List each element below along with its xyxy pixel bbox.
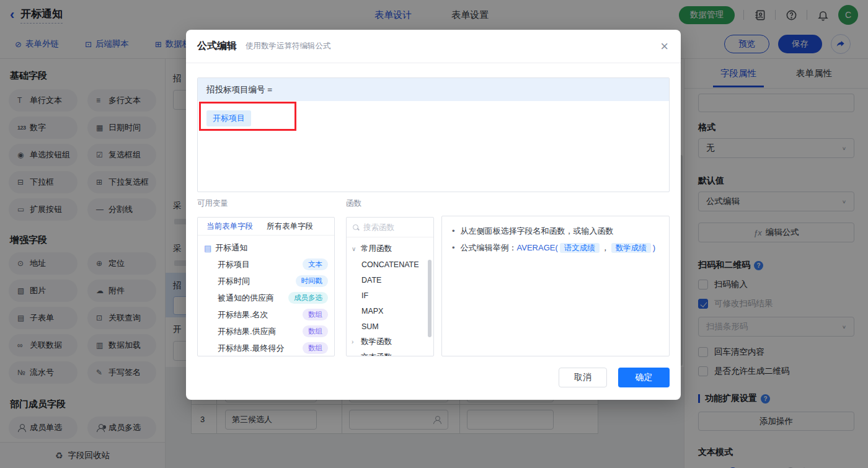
variable-item[interactable]: 开标项目 文本 (204, 256, 328, 273)
function-name: MAPX (361, 307, 383, 316)
function-list-scrollbar-thumb[interactable] (428, 260, 432, 337)
formula-target-bar: 招投标项目编号 = (198, 78, 669, 101)
function-item[interactable]: MAPX (352, 303, 428, 319)
function-item[interactable]: DATE (352, 272, 428, 288)
bullet-icon: • (452, 241, 455, 255)
modal-footer: 取消 确定 (559, 368, 670, 387)
formula-field-token[interactable]: 开标项目 (206, 110, 251, 126)
formula-tips-panel: • 从左侧面板选择字段名和函数，或输入函数 • 公式编辑举例：AVERAGE(语… (441, 216, 670, 356)
variables-section-label: 可用变量 (197, 198, 228, 209)
chevron-right-icon: › (352, 354, 358, 356)
variable-name: 开标结果.最终得分 (218, 343, 285, 354)
example-close-paren: ) (653, 243, 655, 252)
function-group-label: 数学函数 (361, 337, 392, 347)
cancel-button[interactable]: 取消 (559, 368, 607, 387)
variable-type-badge: 成员多选 (288, 292, 328, 304)
function-item[interactable]: IF (352, 288, 428, 303)
function-name: IF (361, 291, 368, 300)
function-group-math[interactable]: › 数学函数 (352, 334, 428, 350)
function-group-label: 文本函数 (361, 352, 392, 356)
function-group-common[interactable]: ∨ 常用函数 (352, 241, 428, 257)
variable-item[interactable]: 开标结果.最终得分 数组 (204, 340, 328, 356)
function-name: DATE (361, 276, 381, 285)
tip-text: 从左侧面板选择字段名和函数，或输入函数 (461, 224, 614, 237)
function-group-text[interactable]: › 文本函数 (352, 350, 428, 356)
tab-current-form-fields[interactable]: 当前表单字段 (206, 221, 253, 232)
example-comma: ， (601, 243, 609, 252)
tip-line-2: • 公式编辑举例：AVERAGE(语文成绩，数学成绩) (452, 241, 659, 255)
variables-tree: ▤ 开标通知 开标项目 文本 开标时间 时间戳 被通知的供应商 成员多选 开标结… (198, 236, 334, 356)
variable-name: 开标项目 (218, 259, 250, 270)
variable-name: 开标结果.名次 (218, 309, 268, 320)
chevron-right-icon: › (352, 338, 358, 345)
example-function: AVERAGE( (517, 243, 558, 252)
variable-name: 开标时间 (218, 276, 250, 287)
tip-example-prefix: 公式编辑举例： (461, 243, 517, 252)
example-field-tag: 语文成绩 (560, 243, 600, 253)
variables-panel: 当前表单字段 所有表单字段 ▤ 开标通知 开标项目 文本 开标时间 时间戳 被通… (197, 217, 335, 356)
functions-panel: ∨ 常用函数 CONCATENATE DATE IF MAPX SUM › 数学… (346, 217, 434, 356)
variable-item[interactable]: 开标时间 时间戳 (204, 273, 328, 289)
tree-root-form[interactable]: ▤ 开标通知 (204, 240, 328, 256)
chevron-down-icon: ∨ (352, 245, 358, 252)
tree-root-label: 开标通知 (215, 242, 247, 254)
bullet-icon: • (452, 224, 455, 237)
variable-item[interactable]: 被通知的供应商 成员多选 (204, 289, 328, 306)
variable-item[interactable]: 开标结果.供应商 数组 (204, 323, 328, 340)
formula-editor-modal: 公式编辑 使用数学运算符编辑公式 × 招投标项目编号 = 开标项目 可用变量 函… (186, 30, 681, 400)
formula-edit-area[interactable]: 开标项目 (198, 101, 669, 126)
tip-example: 公式编辑举例：AVERAGE(语文成绩，数学成绩) (461, 241, 656, 255)
close-icon[interactable]: × (659, 40, 670, 53)
variable-name: 开标结果.供应商 (218, 326, 277, 337)
function-group-label: 常用函数 (361, 244, 392, 254)
variables-tabs: 当前表单字段 所有表单字段 (198, 218, 334, 236)
function-search-input[interactable] (363, 223, 427, 232)
app-root: ‹ 开标通知 表单设计 表单设置 数据管理 C ⊘ 表单外链 (0, 0, 868, 468)
variable-type-badge: 文本 (303, 258, 328, 270)
modal-header: 公式编辑 使用数学运算符编辑公式 × (186, 30, 681, 63)
formula-target-text: 招投标项目编号 = (206, 84, 272, 95)
function-name: SUM (361, 322, 379, 331)
function-search (347, 218, 433, 237)
search-icon (353, 224, 359, 231)
function-item[interactable]: CONCATENATE (352, 257, 428, 272)
variable-type-badge: 数组 (303, 309, 328, 320)
functions-section-label: 函数 (346, 198, 361, 209)
example-field-tag: 数学成绩 (611, 243, 651, 253)
function-name: CONCATENATE (361, 260, 419, 269)
modal-subtitle: 使用数学运算符编辑公式 (246, 41, 331, 51)
modal-title: 公式编辑 (197, 40, 237, 53)
formula-editor-box: 招投标项目编号 = 开标项目 (197, 77, 670, 192)
tip-line-1: • 从左侧面板选择字段名和函数，或输入函数 (452, 224, 659, 237)
confirm-button[interactable]: 确定 (618, 368, 670, 387)
function-list: ∨ 常用函数 CONCATENATE DATE IF MAPX SUM › 数学… (347, 237, 433, 356)
tab-all-form-fields[interactable]: 所有表单字段 (267, 221, 313, 232)
variable-type-badge: 数组 (303, 325, 328, 337)
document-icon: ▤ (204, 244, 211, 253)
variable-type-badge: 时间戳 (296, 275, 329, 287)
variable-name: 被通知的供应商 (218, 293, 274, 304)
variable-type-badge: 数组 (303, 342, 328, 354)
function-item[interactable]: SUM (352, 319, 428, 334)
variable-item[interactable]: 开标结果.名次 数组 (204, 306, 328, 323)
